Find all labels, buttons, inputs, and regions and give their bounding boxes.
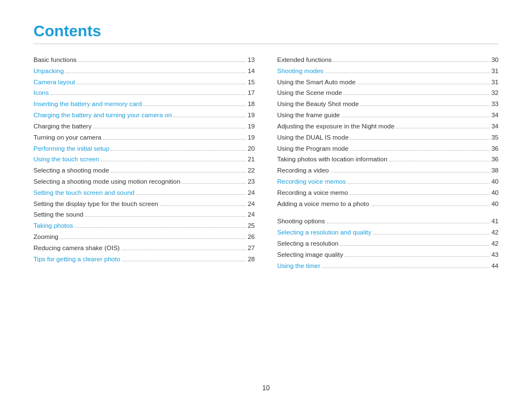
toc-entry-label: Selecting a resolution <box>277 239 338 249</box>
toc-entry-label: Selecting image quality <box>277 250 343 260</box>
toc-entry: Setting the display type for the touch s… <box>33 199 255 209</box>
toc-dots <box>78 61 246 62</box>
toc-page-number: 40 <box>491 177 499 187</box>
toc-dots <box>77 84 246 84</box>
toc-page-number: 20 <box>248 144 255 154</box>
toc-page-number: 42 <box>491 228 499 238</box>
toc-dots <box>143 106 246 106</box>
toc-page-number: 36 <box>491 155 499 165</box>
toc-page-number: 17 <box>248 88 255 98</box>
toc-entry: Tips for getting a clearer photo28 <box>33 255 255 265</box>
toc-entry: Adding a voice memo to a photo40 <box>277 199 499 209</box>
toc-entry-label: Recording voice memos <box>277 177 346 187</box>
toc-dots <box>371 205 490 206</box>
toc-entry: Camera layout15 <box>33 78 255 88</box>
toc-entry: Setting the sound24 <box>33 210 255 220</box>
toc-entry-label: Using the timer <box>277 261 320 271</box>
toc-entry: Inserting the battery and memory card18 <box>33 99 255 109</box>
toc-entry-label: Inserting the battery and memory card <box>33 99 142 109</box>
toc-entry-label: Unpacking <box>33 66 64 76</box>
toc-page-number: 19 <box>248 133 255 143</box>
toc-entry-label: Taking photos <box>33 221 73 231</box>
toc-entry: Reducing camera shake (OIS)27 <box>33 243 255 253</box>
toc-entry-label: Setting the display type for the touch s… <box>33 199 158 209</box>
toc-dots <box>373 234 490 234</box>
toc-entry: Using the touch screen21 <box>33 155 255 165</box>
toc-page-number: 19 <box>248 122 255 132</box>
page-title: Contents <box>33 22 499 40</box>
toc-dots <box>111 172 246 173</box>
toc-page-number: 40 <box>491 188 499 198</box>
toc-page-number: 30 <box>491 55 499 65</box>
toc-page-number: 27 <box>248 243 255 253</box>
toc-entry-label: Recording a video <box>277 166 329 176</box>
toc-dots <box>325 73 490 73</box>
toc-page-number: 18 <box>248 99 255 109</box>
toc-dots <box>327 223 490 223</box>
toc-page-number: 42 <box>491 239 499 249</box>
toc-entry-label: Reducing camera shake (OIS) <box>33 243 120 253</box>
toc-page-number: 21 <box>248 155 255 165</box>
toc-section: Shooting options41Selecting a resolution… <box>277 217 499 271</box>
toc-page-number: 36 <box>491 144 499 154</box>
toc-page-number: 31 <box>491 78 499 88</box>
toc-dots <box>396 128 490 128</box>
toc-entry-label: Adjusting the exposure in the Night mode <box>277 122 394 132</box>
toc-dots <box>360 106 490 106</box>
toc-entry-label: Camera layout <box>33 78 75 88</box>
toc-entry-label: Icons <box>33 88 49 98</box>
toc-dots <box>350 139 490 140</box>
toc-entry: Using the DUAL IS mode35 <box>277 133 499 143</box>
toc-dots <box>333 61 490 62</box>
toc-header-label: Basic functions <box>33 55 76 65</box>
toc-dots <box>173 117 246 117</box>
toc-entry: Selecting a shooting mode22 <box>33 166 255 176</box>
toc-entry: Taking photos25 <box>33 221 255 231</box>
toc-page-number: 34 <box>491 111 499 121</box>
toc-entry: Shooting modes31 <box>277 66 499 76</box>
toc-section-header: Basic functions13 <box>33 55 255 65</box>
toc-dots <box>60 238 246 239</box>
toc-entry: Unpacking14 <box>33 66 255 76</box>
page: Contents Basic functions13Unpacking14Cam… <box>0 0 532 402</box>
toc-section: Basic functions13Unpacking14Camera layou… <box>33 55 255 264</box>
toc-page-number: 24 <box>248 188 255 198</box>
toc-page-number: 24 <box>248 199 255 209</box>
toc-entry-label: Using the Program mode <box>277 144 349 154</box>
toc-columns: Basic functions13Unpacking14Camera layou… <box>33 55 499 272</box>
toc-dots <box>182 183 246 184</box>
toc-entry: Using the Smart Auto mode31 <box>277 78 499 88</box>
toc-entry-label: Zooming <box>33 232 59 242</box>
toc-entry: Selecting a resolution and quality42 <box>277 228 499 238</box>
toc-entry: Selecting image quality43 <box>277 250 499 260</box>
toc-dots <box>122 261 246 261</box>
toc-dots <box>331 172 490 173</box>
toc-page-number: 44 <box>491 261 499 271</box>
toc-dots <box>160 205 246 206</box>
toc-entry-label: Performing the initial setup <box>33 144 109 154</box>
toc-entry-label: Charging the battery and turning your ca… <box>33 111 172 121</box>
toc-page-number: 43 <box>491 250 499 260</box>
toc-entry: Using the Program mode36 <box>277 144 499 154</box>
toc-entry: Selecting a resolution42 <box>277 239 499 249</box>
toc-dots <box>122 250 246 250</box>
toc-page-number: 24 <box>248 210 255 220</box>
toc-entry: Recording a video38 <box>277 166 499 176</box>
toc-entry: Recording a voice memo40 <box>277 188 499 198</box>
toc-page-number: 41 <box>491 217 499 227</box>
title-divider <box>33 44 499 44</box>
toc-page-number: 40 <box>491 199 499 209</box>
toc-dots <box>111 150 246 151</box>
toc-entry-label: Selecting a shooting mode <box>33 166 109 176</box>
toc-entry: Turning on your camera19 <box>33 133 255 143</box>
toc-dots <box>85 216 246 217</box>
left-column: Basic functions13Unpacking14Camera layou… <box>33 55 255 272</box>
toc-entry-label: Charging the battery <box>33 122 91 132</box>
toc-entry: Zooming26 <box>33 232 255 242</box>
toc-dots <box>357 84 490 84</box>
toc-entry: Setting the touch screen and sound24 <box>33 188 255 198</box>
toc-entry: Charging the battery and turning your ca… <box>33 111 255 121</box>
toc-dots <box>347 183 490 184</box>
toc-dots <box>65 73 246 73</box>
toc-dots <box>136 194 246 195</box>
